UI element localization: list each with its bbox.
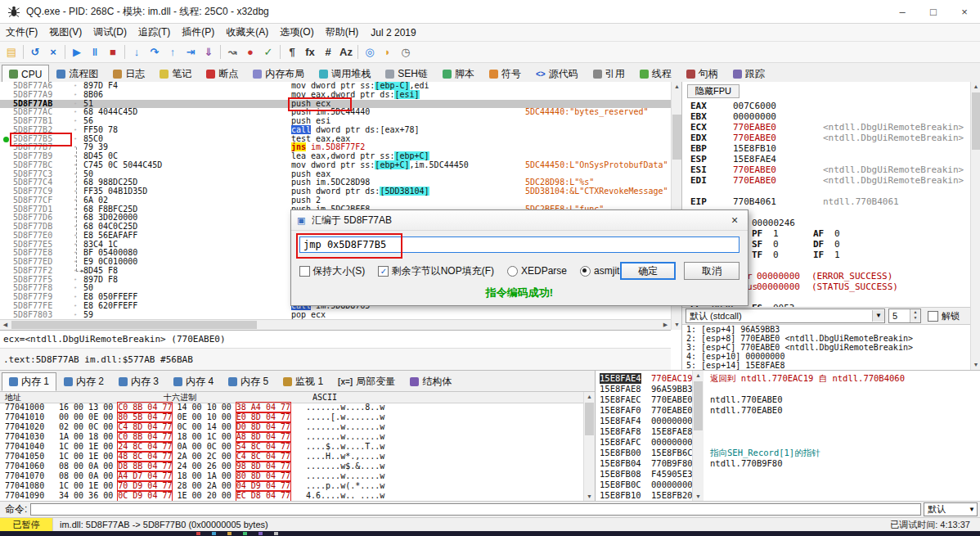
- dialog-title-bar[interactable]: ▣ 汇编于 5D8F77AB ×: [291, 210, 748, 231]
- bottom-tab-dump4[interactable]: 内存 4: [166, 372, 221, 391]
- menu-item-0[interactable]: 文件(F): [0, 24, 43, 41]
- hash-icon[interactable]: #: [319, 43, 337, 61]
- tab-handles[interactable]: 句柄: [679, 65, 726, 83]
- stack-row[interactable]: 15E8FB04770B9F80ntdll.770B9F80: [596, 458, 980, 469]
- taskbar-app-icon[interactable]: [227, 532, 232, 535]
- stack-argument-row[interactable]: 5: [esp+14] 15E8FAE8: [682, 361, 971, 370]
- register-row[interactable]: EDX770EABE0<ntdll.DbgUiRemoteBreakin>: [682, 133, 971, 143]
- stack-row[interactable]: 15E8FAF400000000: [596, 416, 980, 426]
- xedparse-radio[interactable]: XEDParse: [507, 265, 580, 277]
- tab-symbols[interactable]: 符号: [482, 65, 528, 83]
- taskbar-app-icon[interactable]: [243, 532, 247, 535]
- menu-item-6[interactable]: 选项(O): [274, 24, 319, 41]
- stack-row[interactable]: 15E8FB0C00000000: [596, 480, 980, 490]
- stack-row[interactable]: 15E8FAF815E8FAE8: [596, 426, 980, 437]
- scrollbar-thumb[interactable]: [585, 403, 594, 435]
- chat-icon[interactable]: ◗: [379, 43, 397, 61]
- scrollbar-thumb[interactable]: [672, 115, 681, 160]
- tab-seh[interactable]: SEH链: [378, 65, 435, 83]
- stack-argument-row[interactable]: 4: [esp+10] 00000000: [682, 352, 971, 361]
- scrollbar-thumb[interactable]: [972, 92, 980, 150]
- run-to-user-code-icon[interactable]: ⇓: [200, 43, 218, 61]
- scrollbar-thumb[interactable]: [11, 321, 257, 329]
- stack-argument-row[interactable]: 2: [esp+8] 770EABE0 <ntdll.DbgUiRemoteBr…: [682, 334, 971, 343]
- bottom-tab-locals[interactable]: [x=]局部变量: [330, 372, 402, 391]
- bottom-tab-struct[interactable]: 结构体: [402, 372, 459, 391]
- stack-row[interactable]: 15E8FAE896A59BB3: [596, 384, 980, 394]
- tab-threads[interactable]: 线程: [632, 65, 679, 83]
- dump-row[interactable]: 7704106008 00 0A 00 D8 8B 04 77 24 00 26…: [0, 462, 290, 471]
- menu-item-4[interactable]: 插件(P): [176, 24, 220, 41]
- dump-row[interactable]: 7704109034 00 36 00 0C D9 04 77 1E 00 20…: [0, 491, 290, 501]
- step-out-icon[interactable]: ↑: [164, 43, 182, 61]
- stack-vertical-scrollbar[interactable]: ▲ ▼: [692, 371, 704, 502]
- comments-icon[interactable]: ¶: [283, 43, 301, 61]
- tab-references[interactable]: 引用: [586, 65, 632, 83]
- stack-row[interactable]: 15E8FB0015E8FB6C指向SEH_Record[1]的指针: [596, 448, 980, 458]
- tab-log[interactable]: 日志: [106, 65, 152, 83]
- register-row[interactable]: ESI770EABE0<ntdll.DbgUiRemoteBreakin>: [682, 164, 971, 175]
- disasm-row[interactable]: 5D8F7803•59pop ecx: [0, 311, 671, 320]
- stepper-arrows-icon[interactable]: ▲▼: [910, 309, 920, 322]
- run-icon[interactable]: ▶: [68, 43, 86, 61]
- scroll-left-icon[interactable]: ◀: [0, 320, 11, 330]
- clock-icon[interactable]: ◷: [397, 43, 415, 61]
- ok-button[interactable]: 确定: [620, 262, 676, 280]
- tab-graph[interactable]: 流程图: [49, 65, 106, 83]
- register-row[interactable]: ECX770EABE0<ntdll.DbgUiRemoteBreakin>: [682, 122, 971, 133]
- register-row[interactable]: EBP15E8FB10: [682, 143, 971, 154]
- restart-icon[interactable]: ↺: [26, 43, 44, 61]
- tab-breakpoints[interactable]: 断点: [199, 65, 245, 83]
- pause-icon[interactable]: ‖: [86, 43, 104, 61]
- dump-row[interactable]: 770410301A 00 18 00 C0 8B 04 77 18 00 1C…: [0, 432, 290, 442]
- execute-till-return-icon[interactable]: ⇥: [182, 43, 200, 61]
- stack-argument-row[interactable]: 3: [esp+C] 770EABE0 <ntdll.DbgUiRemoteBr…: [682, 343, 971, 352]
- stop-icon[interactable]: ■: [104, 43, 122, 61]
- close-debuggee-icon[interactable]: ×: [44, 43, 62, 61]
- step-into-icon[interactable]: ↓: [128, 43, 146, 61]
- dump-row[interactable]: 7704107008 00 0A 00 A4 D7 04 77 18 00 1A…: [0, 471, 290, 481]
- dump-row[interactable]: 7704101000 00 0E 00 80 5B 04 77 0E 00 10…: [0, 412, 290, 422]
- fx-icon[interactable]: fx: [301, 43, 319, 61]
- tab-script[interactable]: 脚本: [435, 65, 482, 83]
- disasm-horizontal-scrollbar[interactable]: ◀ ▶: [0, 319, 671, 331]
- search-icon[interactable]: ◎: [361, 43, 379, 61]
- maximize-button[interactable]: □: [918, 0, 949, 23]
- scroll-up-icon[interactable]: ▲: [971, 82, 980, 92]
- register-row[interactable]: ESP15E8FAE4: [682, 154, 971, 164]
- bottom-tab-dump5[interactable]: 内存 5: [221, 372, 276, 391]
- stack-row[interactable]: 15E8FB1015E8FB20: [596, 490, 980, 501]
- argument-depth-stepper[interactable]: 5 ▲▼: [888, 309, 921, 323]
- menu-item-5[interactable]: 收藏夹(A): [220, 24, 274, 41]
- taskbar-app-icon[interactable]: [196, 532, 200, 535]
- command-profile-select[interactable]: 默认 ▼: [924, 502, 978, 516]
- tab-notes[interactable]: 笔记: [152, 65, 199, 83]
- stack-row[interactable]: 15E8FAF0770EABE0ntdll.770EABE0: [596, 405, 980, 416]
- tab-call-stack[interactable]: 调用堆栈: [312, 65, 378, 83]
- menu-item-3[interactable]: 追踪(T): [133, 24, 176, 41]
- dump-row[interactable]: 770410801C 00 1E 00 70 D9 04 77 28 00 2A…: [0, 481, 290, 491]
- dump-row[interactable]: 770410401C 00 1E 00 24 8C 04 77 0A 00 0C…: [0, 442, 290, 452]
- scroll-up-icon[interactable]: ▲: [584, 392, 595, 402]
- command-input[interactable]: [30, 503, 921, 516]
- register-row[interactable]: EIP770B4061ntdll.770B4061: [682, 196, 971, 207]
- dump-vertical-scrollbar[interactable]: ▲ ▼: [583, 392, 595, 502]
- register-row[interactable]: EBX00000000: [682, 111, 971, 122]
- bottom-tab-dump1[interactable]: 内存 1: [2, 372, 56, 391]
- dialog-close-icon[interactable]: ×: [722, 210, 748, 230]
- calling-convention-select[interactable]: 默认 (stdcall) ▼: [686, 309, 885, 323]
- scroll-down-icon[interactable]: ▼: [971, 360, 980, 370]
- menu-item-7[interactable]: 帮助(H): [320, 24, 365, 41]
- bottom-tab-dump2[interactable]: 内存 2: [56, 372, 111, 391]
- scroll-up-icon[interactable]: ▲: [693, 371, 704, 381]
- step-over-icon[interactable]: ↷: [146, 43, 164, 61]
- az-icon[interactable]: Az: [337, 43, 355, 61]
- breakpoints-icon[interactable]: ●: [241, 43, 259, 61]
- bottom-tab-watch1[interactable]: 监视 1: [276, 372, 330, 391]
- stack-row[interactable]: 15E8FB08F45905E3: [596, 469, 980, 480]
- menu-item-2[interactable]: 调试(D): [88, 24, 133, 41]
- menu-item-1[interactable]: 视图(V): [43, 24, 88, 41]
- dump-row[interactable]: 7704100016 00 13 00 C0 8B 04 77 14 00 10…: [0, 403, 290, 412]
- stack-row[interactable]: 15E8FAFC00000000: [596, 437, 980, 448]
- disasm-row[interactable]: 5D8F77BC•C745 0C 5044C45Dmov dword ptr s…: [0, 161, 671, 170]
